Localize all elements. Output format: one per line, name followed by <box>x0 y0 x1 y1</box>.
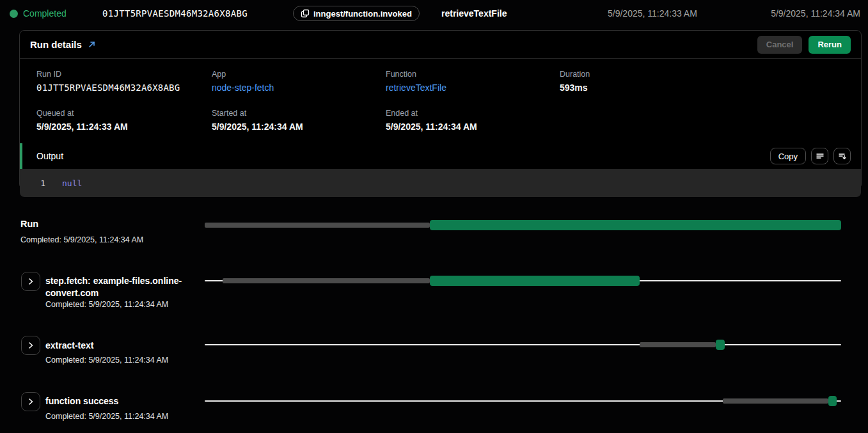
run-details-header: Run details Cancel Rerun <box>20 31 861 59</box>
expand-extract-text-button[interactable] <box>21 336 40 355</box>
field-label: Started at <box>212 109 386 118</box>
trace-root-name: Run <box>20 219 38 229</box>
timeline-queued-bar <box>205 223 430 228</box>
output-code-block: 1 null <box>20 169 861 197</box>
chevron-right-icon <box>27 398 35 405</box>
run-status-label: Completed <box>23 8 67 19</box>
timeline-active-bar[interactable] <box>828 396 837 406</box>
expand-function-success-button[interactable] <box>21 392 40 411</box>
timeline-active-bar[interactable] <box>716 340 725 350</box>
field-app: App node-step-fetch <box>212 70 386 93</box>
panel-title-text: Run details <box>30 39 82 50</box>
panel-title: Run details <box>30 39 96 50</box>
expand-step-fetch-button[interactable] <box>21 272 40 291</box>
trace-root-track <box>205 220 841 230</box>
trace-function-success-track <box>205 396 841 406</box>
timeline-active-bar[interactable] <box>430 276 639 286</box>
trace-root-completed: Completed: 5/9/2025, 11:24:34 AM <box>20 235 143 244</box>
code-null-token: null <box>62 178 82 188</box>
trace-step-fetch-completed: Completed: 5/9/2025, 11:24:34 AM <box>45 300 168 309</box>
timeline-baseline <box>205 344 841 345</box>
field-value: 5/9/2025, 11:24:33 AM <box>36 122 212 132</box>
timeline-active-bar[interactable] <box>430 220 841 230</box>
lines-arrow-down-icon <box>838 152 847 161</box>
trace-step-fetch-name: step.fetch: example-files.online-convert… <box>45 275 184 299</box>
timeline-queued-bar <box>723 398 828 404</box>
run-details-panel: Run details Cancel Rerun Run ID 01JTT5RP… <box>19 30 862 189</box>
rerun-button[interactable]: Rerun <box>809 36 851 54</box>
copy-icon <box>301 9 310 18</box>
field-value: 593ms <box>560 83 851 93</box>
timeline-queued-bar <box>223 278 430 283</box>
output-title: Output <box>36 151 63 161</box>
field-label: Duration <box>560 70 851 79</box>
started-timestamp: 5/9/2025, 11:24:34 AM <box>771 8 860 19</box>
trace-extract-text-completed: Completed: 5/9/2025, 11:24:34 AM <box>45 356 168 365</box>
trace-step-fetch-track <box>205 276 841 286</box>
word-wrap-button[interactable] <box>811 148 828 164</box>
event-name-badge[interactable]: inngest/function.invoked <box>293 6 420 21</box>
field-label: Run ID <box>36 70 212 79</box>
external-link-icon[interactable] <box>88 40 96 49</box>
function-link[interactable]: retrieveTextFile <box>386 83 560 93</box>
field-started-at: Started at 5/9/2025, 11:24:34 AM <box>212 109 386 132</box>
chevron-right-icon <box>27 342 35 349</box>
status-dot-icon <box>10 10 18 18</box>
cancel-button[interactable]: Cancel <box>757 36 803 54</box>
copy-output-button[interactable]: Copy <box>770 148 806 164</box>
field-label: App <box>212 70 386 79</box>
run-id-text: 01JTT5RPVAESDM46M32A6X8ABG <box>102 8 248 19</box>
field-value: 5/9/2025, 11:24:34 AM <box>212 122 386 132</box>
field-label: Ended at <box>386 109 560 118</box>
app-link[interactable]: node-step-fetch <box>212 83 386 93</box>
run-summary-bar: Completed 01JTT5RPVAESDM46M32A6X8ABG inn… <box>0 0 868 27</box>
field-ended-at: Ended at 5/9/2025, 11:24:34 AM <box>386 109 560 132</box>
chevron-right-icon <box>27 278 35 285</box>
field-value: 5/9/2025, 11:24:34 AM <box>386 122 560 132</box>
timeline-queued-bar <box>640 342 716 347</box>
event-name-label: inngest/function.invoked <box>313 9 412 19</box>
trace-extract-text-track <box>205 340 841 350</box>
output-accent-bar <box>20 143 22 169</box>
trace-extract-text-name: extract-text <box>45 340 184 352</box>
align-left-lines-icon <box>816 152 825 161</box>
queued-timestamp: 5/9/2025, 11:24:33 AM <box>608 8 697 19</box>
field-queued-at: Queued at 5/9/2025, 11:24:33 AM <box>36 109 212 132</box>
trace-function-success-completed: Completed: 5/9/2025, 11:24:34 AM <box>45 412 168 421</box>
field-value: 01JTT5RPVAESDM46M32A6X8ABG <box>36 83 212 93</box>
expand-output-button[interactable] <box>833 148 851 164</box>
function-name-text: retrieveTextFile <box>441 8 507 19</box>
field-label: Function <box>386 70 560 79</box>
run-metadata-grid: Run ID 01JTT5RPVAESDM46M32A6X8ABG App no… <box>20 59 861 143</box>
field-run-id: Run ID 01JTT5RPVAESDM46M32A6X8ABG <box>36 70 212 93</box>
field-function: Function retrieveTextFile <box>386 70 560 93</box>
field-duration: Duration 593ms <box>560 70 851 93</box>
code-line-number: 1 <box>20 178 45 188</box>
field-label: Queued at <box>36 109 212 118</box>
output-section-header: Output Copy <box>20 143 861 169</box>
trace-function-success-name: function success <box>45 395 184 407</box>
